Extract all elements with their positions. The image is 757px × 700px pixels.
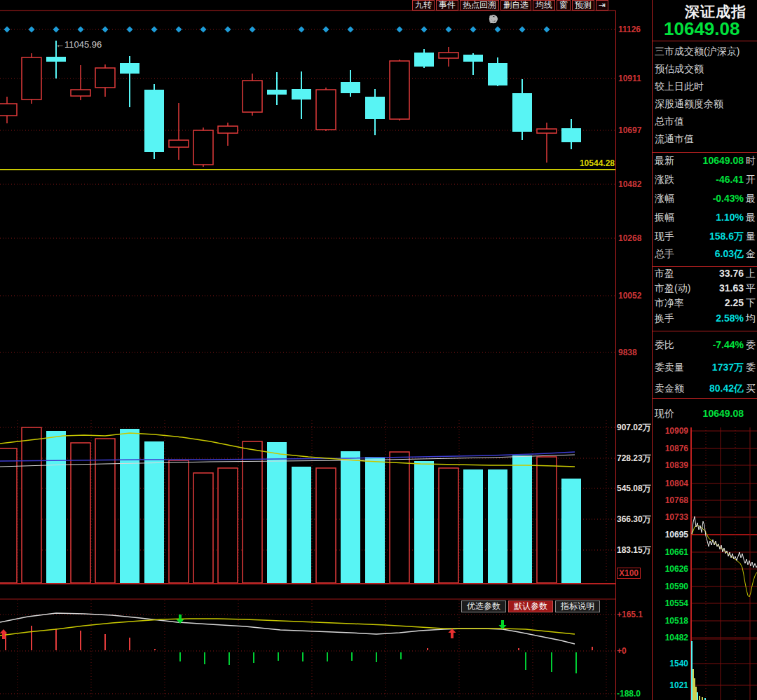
quote-row: 三市成交额(沪深京)	[653, 44, 757, 58]
quote-label: 振幅	[655, 210, 674, 224]
toolbar-button[interactable]: 删自选	[500, 0, 531, 11]
price-axis-label: 10052	[618, 290, 641, 301]
mini-chart-volume-label: 1540	[669, 658, 688, 669]
diamond-marker	[78, 27, 84, 33]
quote-row: 市盈(动)31.63平	[653, 281, 757, 295]
volume-bar	[488, 469, 507, 583]
clipped-second-column-label: 最	[746, 210, 756, 224]
toolbar-button[interactable]: 预测	[572, 0, 594, 11]
quote-value: -7.44%	[713, 338, 744, 352]
price-axis-label: 9838	[618, 347, 637, 358]
candlestick	[95, 64, 115, 97]
indicator-axis-label: +0	[617, 645, 627, 657]
quote-row: 现手158.6万量	[653, 229, 757, 243]
volume-bar	[390, 452, 409, 583]
price-axis-label: 10911	[618, 73, 641, 84]
candlestick	[169, 103, 189, 160]
quote-label: 市净率	[655, 296, 684, 310]
candlestick	[390, 60, 409, 121]
quote-row: 换手2.58%均	[653, 311, 757, 325]
quote-value: 10649.08	[703, 153, 744, 167]
mini-chart-price-label: 10626	[665, 563, 688, 575]
candlestick	[316, 88, 336, 131]
current-price-label: 现价	[655, 406, 674, 420]
quote-label: 较上日此时	[655, 79, 704, 93]
support-line-label: 10544.28	[580, 158, 615, 168]
diamond-marker	[323, 27, 329, 33]
quote-value: 158.6万	[709, 229, 744, 243]
zoom-out-icon[interactable]	[489, 14, 498, 24]
diamond-marker	[102, 27, 109, 33]
current-price-row: 现价 10649.08	[653, 406, 757, 420]
volume-bar	[169, 460, 189, 583]
quote-label: 最新	[655, 153, 674, 167]
current-price-value: 10649.08	[703, 406, 744, 420]
quote-label: 三市成交额(沪深京)	[655, 44, 739, 58]
annotation-arrow-icon: ←	[55, 39, 64, 50]
mini-chart-price-label: 10733	[665, 512, 688, 523]
quote-label: 涨跌	[655, 172, 674, 186]
diamond-marker	[397, 27, 403, 33]
toolbar-button[interactable]: 九转	[412, 0, 435, 11]
diamond-marker	[544, 27, 550, 33]
indicator-param-buttons: 优选参数默认参数指标说明	[461, 601, 600, 612]
quote-value: -0.43%	[713, 191, 744, 205]
quote-label: 委卖量	[655, 360, 684, 374]
volume-bar	[22, 427, 41, 583]
toolbar-button[interactable]: 窗	[557, 0, 571, 11]
sidebar-divider	[653, 152, 757, 153]
volume-bar	[243, 441, 262, 583]
candlestick	[365, 89, 385, 135]
volume-bar	[46, 431, 66, 583]
diamond-marker	[446, 27, 452, 33]
candlestick	[463, 53, 483, 75]
clipped-second-column-label: 开	[746, 172, 756, 186]
candlestick	[193, 128, 213, 167]
indicator-axis-label: +165.1	[617, 609, 643, 620]
clipped-second-column-label: 委	[746, 360, 756, 374]
toolbar-button[interactable]: 热点回溯	[460, 0, 499, 11]
quote-row: 较上日此时	[653, 79, 757, 93]
volume-bar	[463, 469, 483, 583]
indicator-axis-label: -188.0	[617, 688, 641, 699]
volume-axis-label: 728.23万	[617, 453, 651, 464]
volume-bar	[193, 473, 213, 583]
mini-chart-price-label: 10554	[665, 598, 688, 609]
toolbar: 九转事件热点回溯删自选均线窗预测⇥	[412, 0, 608, 11]
quote-label: 市盈	[655, 266, 674, 280]
diamond-marker	[200, 27, 207, 33]
indicator-param-button[interactable]: 指标说明	[555, 601, 600, 612]
clipped-second-column-label: 时	[746, 153, 756, 167]
quote-label: 涨幅	[655, 191, 674, 205]
quote-label: 总市值	[655, 114, 684, 128]
candlestick	[120, 56, 139, 107]
indicator-param-button[interactable]: 默认参数	[508, 601, 553, 612]
collapse-panel-button[interactable]: ⇥	[596, 0, 608, 11]
indicator-param-button[interactable]: 优选参数	[461, 601, 506, 612]
volume-bar	[537, 457, 557, 583]
quote-row: 市盈33.76上	[653, 266, 757, 280]
quote-row: 委卖量1737万委	[653, 360, 757, 374]
volume-bar	[120, 429, 139, 583]
toolbar-button[interactable]: 事件	[436, 0, 458, 11]
diamond-marker	[421, 27, 428, 33]
quote-value: 31.63	[719, 281, 744, 295]
volume-unit-badge: X100	[617, 568, 641, 579]
quote-value: 33.76	[719, 266, 744, 280]
diamond-marker	[4, 27, 11, 33]
diamond-marker	[225, 27, 231, 33]
sidebar-divider	[653, 41, 757, 41]
toolbar-button[interactable]: 均线	[533, 0, 555, 11]
volume-bar	[341, 451, 360, 583]
volume-bar	[218, 468, 238, 583]
quote-label: 市盈(动)	[655, 281, 690, 295]
diamond-marker	[176, 27, 182, 33]
quote-label: 卖金额	[655, 381, 684, 395]
quote-row: 流通市值	[653, 132, 757, 146]
volume-axis-label: 907.02万	[617, 422, 651, 433]
quote-row: 涨跌-46.41开	[653, 172, 757, 186]
mini-chart-price-label: 10695	[665, 529, 688, 540]
index-price: 10649.08	[664, 18, 739, 40]
clipped-second-column-label: 下	[746, 296, 756, 310]
sidebar-divider	[653, 331, 757, 331]
